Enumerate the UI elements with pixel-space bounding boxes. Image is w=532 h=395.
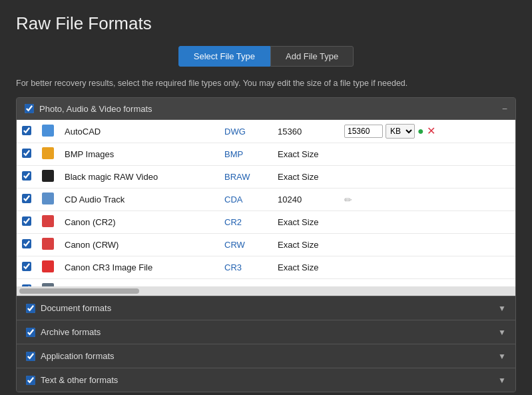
file-edit-cr2 (339, 211, 515, 234)
file-ext-cda: CDA (219, 189, 272, 211)
archive-section-left: Archive formats (26, 327, 101, 337)
file-name-cr2: Canon (CR2) (59, 211, 219, 234)
file-ext-eip: EIP (219, 279, 272, 287)
file-icon-cda (42, 193, 54, 204)
application-section[interactable]: Application formats ▼ (17, 344, 515, 368)
file-ext-cr2: CR2 (219, 211, 272, 234)
file-edit-cda: ✏ (339, 189, 515, 211)
application-section-left: Application formats (26, 351, 115, 361)
hscroll-thumb (19, 288, 139, 294)
file-edit-braw (339, 166, 515, 189)
page-title: Raw File Formats (16, 13, 516, 34)
row-checkbox-cr2[interactable] (22, 216, 31, 226)
document-section-label: Document formats (41, 303, 111, 313)
text-section-label: Text & other formats (41, 375, 118, 385)
content-area: Photo, Audio & Video formats − AutoCAD D… (16, 97, 516, 392)
confirm-edit-button-autocad[interactable]: ● (417, 126, 424, 137)
file-ext-bmp: BMP (219, 143, 272, 166)
file-icon-braw (42, 170, 54, 182)
table-row: AutoCAD DWG 15360 KB B MB ● (17, 120, 515, 143)
archive-chevron-icon: ▼ (498, 328, 506, 337)
row-checkbox-crw[interactable] (22, 239, 31, 248)
file-edit-crw (339, 234, 515, 256)
row-checkbox-braw[interactable] (22, 171, 31, 181)
section-header-left: Photo, Audio & Video formats (25, 104, 152, 114)
document-section-checkbox[interactable] (26, 304, 35, 313)
file-icon-autocad (42, 125, 54, 137)
edit-field-group-autocad: KB B MB ● ✕ (344, 124, 510, 139)
file-icon-cr2 (42, 215, 54, 227)
photo-section-collapse-icon[interactable]: − (502, 103, 507, 114)
archive-section[interactable]: Archive formats ▼ (17, 320, 515, 344)
hint-text: For better recovery results, select the … (16, 79, 516, 88)
row-checkbox-bmp[interactable] (22, 149, 31, 158)
table-row: Capture One EIP File EIP Exact Size (17, 279, 515, 287)
file-size-bmp: Exact Size (272, 143, 339, 166)
file-edit-cr3 (339, 256, 515, 279)
file-ext-braw: BRAW (219, 166, 272, 189)
photo-section-checkbox[interactable] (25, 104, 34, 113)
file-ext-cr3: CR3 (219, 256, 272, 279)
row-checkbox-eip[interactable] (22, 284, 31, 286)
file-edit-bmp (339, 143, 515, 166)
file-size-cr2: Exact Size (272, 211, 339, 234)
file-ext-autocad: DWG (219, 120, 272, 143)
table-row: BMP Images BMP Exact Size (17, 143, 515, 166)
text-chevron-icon: ▼ (498, 376, 506, 385)
text-section[interactable]: Text & other formats ▼ (17, 368, 515, 392)
archive-section-label: Archive formats (41, 327, 101, 337)
file-icon-crw (42, 238, 54, 250)
file-size-cda: 10240 (272, 189, 339, 211)
table-row: CD Audio Track CDA 10240 ✏ (17, 189, 515, 211)
table-row: Canon (CRW) CRW Exact Size (17, 234, 515, 256)
files-table-container: AutoCAD DWG 15360 KB B MB ● (17, 120, 515, 286)
table-row: Black magic RAW Video BRAW Exact Size (17, 166, 515, 189)
document-section-left: Document formats (26, 303, 111, 313)
application-chevron-icon: ▼ (498, 352, 506, 361)
file-size-braw: Exact Size (272, 166, 339, 189)
document-section[interactable]: Document formats ▼ (17, 296, 515, 320)
file-icon-eip (42, 283, 54, 286)
size-input-autocad[interactable] (344, 125, 383, 138)
table-row: Canon (CR2) CR2 Exact Size (17, 211, 515, 234)
document-chevron-icon: ▼ (498, 304, 506, 313)
file-name-bmp: BMP Images (59, 143, 219, 166)
photo-section-title: Photo, Audio & Video formats (39, 104, 152, 114)
file-name-eip: Capture One EIP File (59, 279, 219, 287)
row-checkbox-cda[interactable] (22, 194, 31, 203)
file-size-eip: Exact Size (272, 279, 339, 287)
file-size-cr3: Exact Size (272, 256, 339, 279)
photo-section-header: Photo, Audio & Video formats − (17, 98, 515, 120)
file-size-crw: Exact Size (272, 234, 339, 256)
file-name-cda: CD Audio Track (59, 189, 219, 211)
text-section-left: Text & other formats (26, 375, 118, 385)
file-name-crw: Canon (CRW) (59, 234, 219, 256)
file-size-autocad: 15360 (272, 120, 339, 143)
cancel-edit-button-autocad[interactable]: ✕ (427, 126, 435, 137)
text-section-checkbox[interactable] (26, 376, 35, 385)
row-checkbox-autocad[interactable] (22, 126, 31, 135)
application-section-checkbox[interactable] (26, 352, 35, 361)
table-row: Canon CR3 Image File CR3 Exact Size (17, 256, 515, 279)
add-file-type-button[interactable]: Add File Type (270, 46, 354, 67)
file-icon-bmp (42, 147, 54, 159)
application-section-label: Application formats (41, 351, 115, 361)
toolbar: Select File Type Add File Type (16, 46, 516, 67)
select-file-type-button[interactable]: Select File Type (178, 46, 270, 67)
file-ext-crw: CRW (219, 234, 272, 256)
file-name-braw: Black magic RAW Video (59, 166, 219, 189)
file-name-autocad: AutoCAD (59, 120, 219, 143)
file-icon-cr3 (42, 260, 54, 272)
files-table: AutoCAD DWG 15360 KB B MB ● (17, 120, 515, 286)
archive-section-checkbox[interactable] (26, 328, 35, 337)
page-container: Raw File Formats Select File Type Add Fi… (0, 0, 532, 395)
file-edit-autocad: KB B MB ● ✕ (339, 120, 515, 143)
unit-select-autocad[interactable]: KB B MB (386, 124, 415, 139)
file-edit-eip (339, 279, 515, 287)
row-checkbox-cr3[interactable] (22, 262, 31, 271)
horizontal-scrollbar[interactable] (17, 286, 515, 296)
file-name-cr3: Canon CR3 Image File (59, 256, 219, 279)
edit-pencil-cda[interactable]: ✏ (344, 195, 352, 205)
